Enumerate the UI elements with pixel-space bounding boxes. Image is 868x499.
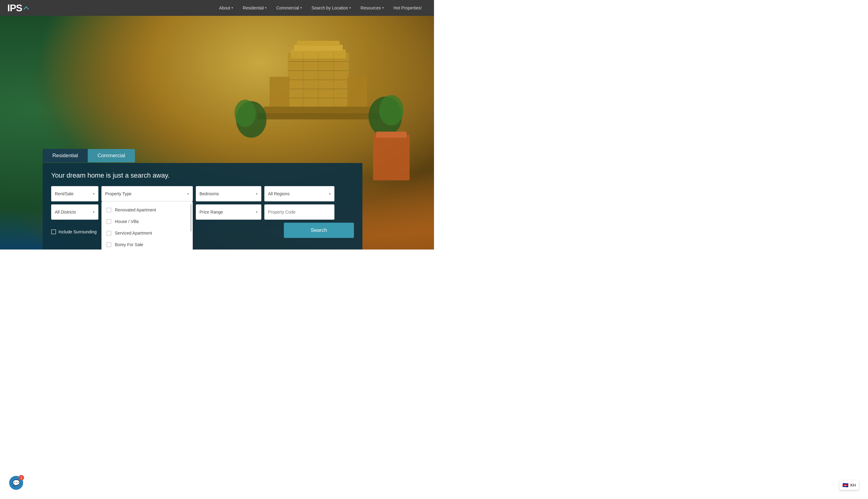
bedrooms-arrow-icon: ▾ — [256, 192, 258, 196]
form-row-1: Rent/Sale ▾ Property Type ▾ Renovated Ap… — [51, 186, 354, 202]
dropdown-item-house-villa[interactable]: House / Villa — [102, 216, 193, 227]
regions-select[interactable]: All Regions ▾ — [264, 186, 334, 202]
search-panel: Residential Commercial Your dream home i… — [42, 163, 362, 250]
nav-about-arrow-icon: ▾ — [232, 0, 233, 16]
nav-commercial[interactable]: Commercial ▾ — [271, 0, 307, 16]
dropdown-item-serviced-apartment[interactable]: Serviced Apartment — [102, 227, 193, 239]
nav-residential-arrow-icon: ▾ — [265, 0, 266, 16]
districts-arrow-icon: ▾ — [93, 210, 95, 214]
logo-text: IPS — [7, 2, 22, 14]
form-row-3: Include Surrounding Search — [51, 223, 354, 238]
tab-commercial[interactable]: Commercial — [88, 149, 135, 162]
nav-commercial-arrow-icon: ▾ — [300, 0, 302, 16]
include-surrounding-checkbox[interactable] — [51, 229, 56, 234]
checkbox-serviced-apartment[interactable] — [107, 231, 111, 235]
nav-hot-properties[interactable]: Hot Properties! — [389, 0, 427, 16]
rent-sale-select[interactable]: Rent/Sale ▾ — [51, 186, 98, 202]
hero-section: Residential Commercial Your dream home i… — [0, 16, 434, 250]
nav-about[interactable]: About ▾ — [214, 0, 238, 16]
include-surrounding-label: Include Surrounding — [59, 229, 97, 234]
property-type-dropdown: Renovated Apartment House / Villa Servic… — [101, 202, 193, 250]
search-button[interactable]: Search — [284, 223, 354, 238]
property-code-input[interactable] — [264, 204, 334, 220]
nav-residential[interactable]: Residential ▾ — [238, 0, 271, 16]
property-type-arrow-icon: ▾ — [187, 192, 189, 196]
dropdown-item-borey-for-sale[interactable]: Borey For Sale — [102, 239, 193, 250]
checkbox-house-villa[interactable] — [107, 219, 111, 224]
navbar: IPS About ▾ Residential ▾ Commercial ▾ — [0, 0, 434, 16]
rent-sale-arrow-icon: ▾ — [93, 192, 95, 196]
search-title: Your dream home is just a search away. — [51, 171, 354, 180]
nav-search-location[interactable]: Search by Location ▾ — [307, 0, 356, 16]
logo-chevron-icon — [23, 6, 29, 10]
property-type-wrapper: Property Type ▾ Renovated Apartment Hous… — [101, 186, 193, 202]
nav-resources[interactable]: Resources ▾ — [356, 0, 389, 16]
tab-residential[interactable]: Residential — [42, 149, 88, 162]
nav-menu: About ▾ Residential ▾ Commercial ▾ Searc… — [214, 0, 427, 16]
checkbox-renovated-apartment[interactable] — [107, 208, 111, 212]
checkbox-borey-for-sale[interactable] — [107, 243, 111, 247]
price-range-arrow-icon: ▾ — [256, 210, 258, 214]
property-type-select[interactable]: Property Type ▾ — [101, 186, 193, 202]
nav-resources-arrow-icon: ▾ — [382, 0, 384, 16]
dropdown-scrollbar — [190, 204, 191, 232]
bedrooms-select[interactable]: Bedrooms ▾ — [196, 186, 261, 202]
include-surrounding-row: Include Surrounding — [51, 229, 97, 234]
logo[interactable]: IPS — [7, 2, 29, 14]
regions-arrow-icon: ▾ — [329, 192, 331, 196]
price-range-select[interactable]: Price Range ▾ — [196, 204, 261, 220]
dropdown-item-renovated-apartment[interactable]: Renovated Apartment — [102, 204, 193, 216]
search-tabs: Residential Commercial — [42, 149, 135, 162]
districts-select[interactable]: All Districts ▾ — [51, 204, 98, 220]
form-row-2: All Districts ▾ Price Range ▾ — [51, 204, 354, 220]
nav-search-location-arrow-icon: ▾ — [349, 0, 351, 16]
